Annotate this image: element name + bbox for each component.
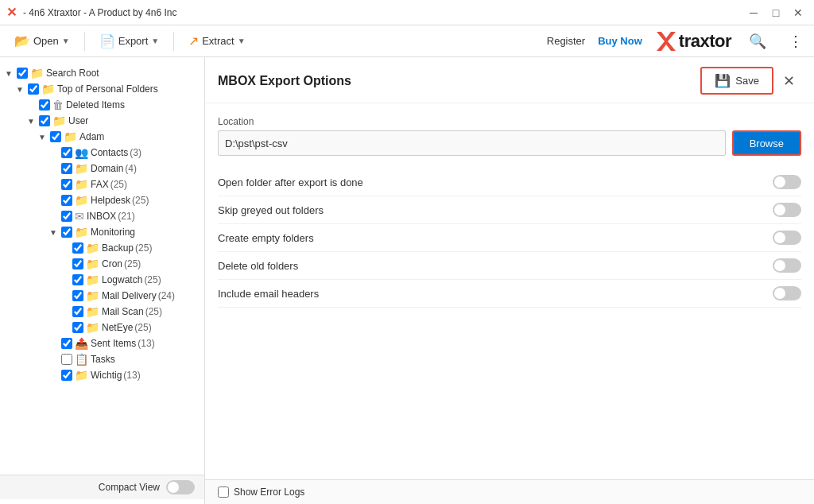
tree-toggle-button[interactable]: ▼ — [48, 227, 59, 238]
tree-item[interactable]: 📁Wichtig (13) — [0, 367, 204, 383]
option-toggle[interactable] — [773, 231, 801, 245]
show-error-logs-label: Show Error Logs — [234, 487, 304, 498]
tree-item-icon: 👥 — [75, 146, 88, 159]
tree-item-label: Cron — [102, 258, 122, 269]
tree-item[interactable]: ▼📁Top of Personal Folders — [0, 81, 204, 97]
compact-view-toggle[interactable] — [166, 480, 195, 494]
tree-item[interactable]: 📁FAX (25) — [0, 176, 204, 192]
tree-item-icon: 📁 — [52, 114, 66, 127]
tree-toggle-button — [48, 179, 59, 190]
tree-item[interactable]: 📁NetEye (25) — [0, 320, 204, 335]
tree-item-icon: 📋 — [75, 353, 88, 366]
tree-item[interactable]: 📁Mail Delivery (24) — [0, 288, 204, 304]
tree-item-checkbox[interactable] — [61, 179, 72, 190]
tree-item-checkbox[interactable] — [72, 306, 83, 317]
tree-toggle-button[interactable]: ▼ — [3, 68, 14, 79]
tree-item[interactable]: ▼📁Monitoring — [0, 224, 204, 240]
tree-toggle-button[interactable]: ▼ — [14, 83, 25, 95]
tree-item-checkbox[interactable] — [61, 354, 72, 365]
tree-item-label: Sent Items — [91, 338, 136, 349]
option-toggle[interactable] — [773, 286, 801, 300]
save-button[interactable]: 💾 Save — [700, 67, 773, 95]
tree-item-icon: 📁 — [75, 226, 88, 238]
tree-item-checkbox[interactable] — [39, 115, 50, 126]
register-link[interactable]: Register — [547, 35, 585, 47]
option-toggle[interactable] — [773, 203, 801, 217]
tree-item-checkbox[interactable] — [72, 258, 83, 269]
tree-item-icon: 📤 — [75, 337, 88, 350]
location-group: Location Browse — [218, 116, 801, 156]
tree-item-checkbox[interactable] — [72, 322, 83, 333]
tree-item[interactable]: ▼📁Adam — [0, 129, 204, 145]
tree-item-checkbox[interactable] — [61, 227, 72, 238]
option-label: Open folder after export is done — [218, 176, 363, 188]
browse-button[interactable]: Browse — [732, 130, 801, 156]
tree-item-checkbox[interactable] — [61, 195, 72, 206]
open-arrow-icon: ▼ — [62, 37, 70, 45]
tree-item[interactable]: 📁Domain (4) — [0, 161, 204, 176]
tree-item[interactable]: 📁Helpdesk (25) — [0, 192, 204, 208]
option-toggle[interactable] — [773, 175, 801, 189]
tree-toggle-button[interactable]: ▼ — [25, 115, 37, 126]
tree-item[interactable]: 📁Cron (25) — [0, 256, 204, 272]
tree-item[interactable]: ▼📁User — [0, 113, 204, 129]
tree-item[interactable]: 🗑Deleted Items — [0, 97, 204, 113]
tree-item-checkbox[interactable] — [61, 211, 72, 222]
search-toolbar-button[interactable]: 🔍 — [744, 29, 771, 53]
option-row: Include email headers — [218, 280, 801, 308]
location-label: Location — [218, 116, 801, 127]
more-options-button[interactable]: ⋮ — [784, 29, 808, 53]
buy-now-link[interactable]: Buy Now — [598, 35, 642, 47]
tree-toggle-button — [59, 306, 70, 317]
tree-item-checkbox[interactable] — [61, 338, 72, 349]
window-close-button[interactable]: ✕ — [789, 3, 808, 22]
minimize-button[interactable]: ─ — [744, 3, 763, 22]
tree-item-label: Adam — [79, 131, 104, 142]
tree-item-label: FAX — [91, 179, 109, 190]
tree-item-checkbox[interactable] — [50, 131, 61, 142]
left-panel: ▼📁Search Root▼📁Top of Personal Folders🗑D… — [0, 57, 205, 504]
location-input[interactable] — [218, 130, 726, 156]
tree-item-icon: 📁 — [30, 67, 44, 79]
tree-item-checkbox[interactable] — [61, 147, 72, 158]
tree-item[interactable]: 📁Logwatch (25) — [0, 272, 204, 288]
export-button[interactable]: 📄 Export ▼ — [91, 30, 167, 52]
tree-item-checkbox[interactable] — [61, 370, 72, 381]
options-container: Open folder after export is doneSkip gre… — [218, 169, 801, 308]
tree-item-label: Tasks — [91, 354, 115, 365]
show-error-logs-checkbox[interactable] — [218, 487, 229, 498]
tree-toggle-button[interactable]: ▼ — [37, 131, 48, 142]
app-icon: ✕ — [6, 5, 17, 20]
dialog-close-button[interactable]: ✕ — [777, 67, 801, 95]
tree-item[interactable]: 📋Tasks — [0, 351, 204, 367]
tree-item-icon: 📁 — [86, 258, 99, 270]
tree-item-checkbox[interactable] — [72, 290, 83, 301]
dialog-body: Location Browse Open folder after export… — [205, 103, 814, 479]
x-logo-icon — [655, 30, 677, 52]
tree-item-checkbox[interactable] — [72, 274, 83, 285]
tree-item-label: Domain — [91, 163, 123, 174]
option-label: Delete old folders — [218, 260, 298, 272]
option-toggle[interactable] — [773, 258, 801, 273]
tree-item-label: Deleted Items — [66, 99, 125, 110]
tree-item[interactable]: 📤Sent Items (13) — [0, 335, 204, 351]
tree-item-checkbox[interactable] — [17, 68, 28, 79]
tree-item[interactable]: 📁Mail Scan (25) — [0, 304, 204, 320]
tree-item-icon: 📁 — [86, 273, 99, 286]
tree-item-checkbox[interactable] — [39, 99, 50, 110]
maximize-button[interactable]: □ — [766, 3, 785, 22]
tree-item-count: (21) — [118, 211, 134, 222]
tree-toggle-button — [48, 195, 59, 206]
separator-1 — [84, 32, 85, 51]
option-row: Open folder after export is done — [218, 169, 801, 196]
tree-item-checkbox[interactable] — [61, 163, 72, 174]
open-button[interactable]: 📂 Open ▼ — [6, 30, 78, 52]
tree-item-icon: 📁 — [86, 321, 99, 334]
tree-item[interactable]: ▼📁Search Root — [0, 65, 204, 81]
tree-item-checkbox[interactable] — [28, 83, 39, 95]
tree-item[interactable]: 👥Contacts (3) — [0, 145, 204, 161]
tree-item[interactable]: ✉INBOX (21) — [0, 208, 204, 224]
tree-item[interactable]: 📁Backup (25) — [0, 240, 204, 256]
extract-button[interactable]: ↗ Extract ▼ — [180, 30, 253, 52]
tree-item-checkbox[interactable] — [72, 242, 83, 254]
